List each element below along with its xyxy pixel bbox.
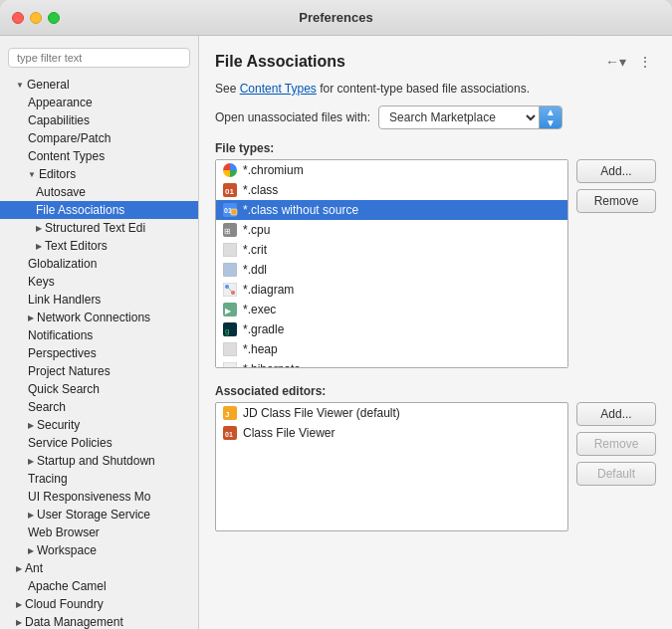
window-title: Preferences — [299, 10, 372, 25]
sidebar: ▼ General Appearance Capabilities Compar… — [0, 36, 199, 629]
list-item[interactable]: g *.gradle — [216, 319, 567, 339]
sidebar-item-ui-responsiveness[interactable]: UI Responsiveness Mo — [0, 488, 198, 506]
svg-rect-8 — [223, 263, 237, 277]
file-types-section: *.chromium 01 *.class — [215, 159, 656, 368]
sidebar-filter-wrap — [0, 44, 198, 76]
expand-icon: ▼ — [28, 170, 36, 179]
list-item[interactable]: *.chromium — [216, 160, 567, 180]
preferences-window: Preferences ▼ General Appearance Capabil… — [0, 0, 672, 629]
sidebar-item-security[interactable]: ▶ Security — [0, 416, 198, 434]
sidebar-item-globalization[interactable]: Globalization — [0, 255, 198, 273]
content-area: ▼ General Appearance Capabilities Compar… — [0, 36, 672, 629]
expand-icon: ▶ — [16, 600, 22, 609]
more-button[interactable]: ⋮ — [634, 52, 656, 72]
list-item[interactable]: J JD Class File Viewer (default) — [216, 403, 567, 423]
svg-text:01: 01 — [225, 431, 233, 438]
expand-icon: ▼ — [16, 81, 24, 90]
sidebar-item-startup-shutdown[interactable]: ▶ Startup and Shutdown — [0, 452, 198, 470]
associated-editors-buttons: Add... Remove Default — [576, 402, 656, 531]
list-item[interactable]: 01 *.class — [216, 180, 567, 200]
page-title: File Associations — [215, 53, 345, 71]
open-unassociated-dropdown-wrap: Search Marketplace Default System Editor… — [378, 105, 562, 129]
sidebar-item-autosave[interactable]: Autosave — [0, 183, 198, 201]
remove-file-type-button[interactable]: Remove — [576, 189, 656, 213]
associated-editors-list[interactable]: J JD Class File Viewer (default) 01 Clas… — [215, 402, 568, 531]
open-unassociated-select[interactable]: Search Marketplace Default System Editor — [379, 106, 539, 128]
expand-icon: ▶ — [28, 511, 34, 520]
list-item[interactable]: *.heap — [216, 339, 567, 359]
sidebar-item-user-storage[interactable]: ▶ User Storage Service — [0, 506, 198, 524]
sidebar-item-project-natures[interactable]: Project Natures — [0, 362, 198, 380]
list-item[interactable]: ▶ *.exec — [216, 300, 567, 319]
sidebar-item-general[interactable]: ▼ General — [0, 76, 198, 94]
sidebar-item-keys[interactable]: Keys — [0, 273, 198, 291]
sidebar-item-workspace[interactable]: ▶ Workspace — [0, 541, 198, 559]
file-types-label: File types: — [215, 141, 656, 155]
list-item[interactable]: 01 Class File Viewer — [216, 423, 567, 443]
sidebar-item-web-browser[interactable]: Web Browser — [0, 524, 198, 541]
add-file-type-button[interactable]: Add... — [576, 159, 656, 183]
dropdown-arrow-icon[interactable]: ▲▼ — [539, 106, 561, 128]
list-item[interactable]: ⊞ *.cpu — [216, 220, 567, 240]
sidebar-item-data-management[interactable]: ▶ Data Management — [0, 613, 198, 629]
sidebar-item-link-handlers[interactable]: Link Handlers — [0, 291, 198, 309]
minimize-button[interactable] — [30, 12, 42, 24]
list-item[interactable]: *.crit — [216, 240, 567, 260]
svg-rect-17 — [223, 342, 237, 356]
associated-editors-section: J JD Class File Viewer (default) 01 Clas… — [215, 402, 656, 531]
sidebar-item-file-associations[interactable]: File Associations — [0, 201, 198, 219]
list-item[interactable]: *.diagram — [216, 280, 567, 300]
sidebar-item-editors[interactable]: ▼ Editors — [0, 165, 198, 183]
sidebar-item-search[interactable]: Search — [0, 398, 198, 416]
svg-text:⊞: ⊞ — [224, 227, 231, 236]
default-editor-button[interactable]: Default — [576, 462, 656, 486]
svg-rect-4 — [231, 209, 237, 215]
list-item[interactable]: *.ddl — [216, 260, 567, 280]
sidebar-item-service-policies[interactable]: Service Policies — [0, 434, 198, 452]
sidebar-item-perspectives[interactable]: Perspectives — [0, 344, 198, 362]
content-types-link[interactable]: Content Types — [240, 82, 317, 96]
sidebar-item-content-types[interactable]: Content Types — [0, 147, 198, 165]
heap-icon — [222, 341, 238, 357]
sidebar-filter-input[interactable] — [8, 48, 190, 68]
gradle-icon: g — [222, 321, 238, 337]
sidebar-item-ant[interactable]: ▶ Ant — [0, 559, 198, 577]
diagram-icon — [222, 282, 238, 298]
associated-editors-list-wrap: J JD Class File Viewer (default) 01 Clas… — [215, 402, 568, 531]
expand-icon: ▶ — [28, 421, 34, 430]
header-actions: ←▾ ⋮ — [601, 52, 656, 72]
file-types-list[interactable]: *.chromium 01 *.class — [215, 159, 568, 368]
sidebar-item-compare-patch[interactable]: Compare/Patch — [0, 129, 198, 147]
main-panel: File Associations ←▾ ⋮ See Content Types… — [199, 36, 672, 629]
sidebar-item-structured-text[interactable]: ▶ Structured Text Edi — [0, 219, 198, 237]
cpu-icon: ⊞ — [222, 222, 238, 238]
list-item[interactable]: *.hibernate — [216, 359, 567, 368]
back-button[interactable]: ←▾ — [601, 52, 630, 72]
sidebar-item-text-editors[interactable]: ▶ Text Editors — [0, 237, 198, 255]
sidebar-label-general: General — [27, 78, 70, 92]
sidebar-item-network-connections[interactable]: ▶ Network Connections — [0, 309, 198, 326]
chromium-icon — [222, 162, 238, 178]
expand-icon: ▶ — [28, 457, 34, 466]
sidebar-item-capabilities[interactable]: Capabilities — [0, 111, 198, 129]
hibernate-icon — [222, 361, 238, 368]
svg-text:01: 01 — [225, 187, 234, 196]
maximize-button[interactable] — [48, 12, 60, 24]
file-types-buttons: Add... Remove — [576, 159, 656, 368]
add-editor-button[interactable]: Add... — [576, 402, 656, 426]
svg-text:g: g — [225, 326, 229, 335]
sidebar-item-quick-search[interactable]: Quick Search — [0, 380, 198, 398]
expand-icon: ▶ — [28, 546, 34, 555]
sidebar-item-notifications[interactable]: Notifications — [0, 326, 198, 344]
expand-icon: ▶ — [28, 314, 34, 322]
sidebar-item-tracing[interactable]: Tracing — [0, 470, 198, 488]
svg-rect-18 — [223, 362, 237, 368]
remove-editor-button[interactable]: Remove — [576, 432, 656, 456]
crit-icon — [222, 242, 238, 258]
close-button[interactable] — [12, 12, 24, 24]
exec-icon: ▶ — [222, 302, 238, 317]
list-item-selected[interactable]: 01 *.class without source — [216, 200, 567, 220]
sidebar-item-cloud-foundry[interactable]: ▶ Cloud Foundry — [0, 595, 198, 613]
sidebar-item-apache-camel[interactable]: Apache Camel — [0, 577, 198, 595]
sidebar-item-appearance[interactable]: Appearance — [0, 94, 198, 111]
